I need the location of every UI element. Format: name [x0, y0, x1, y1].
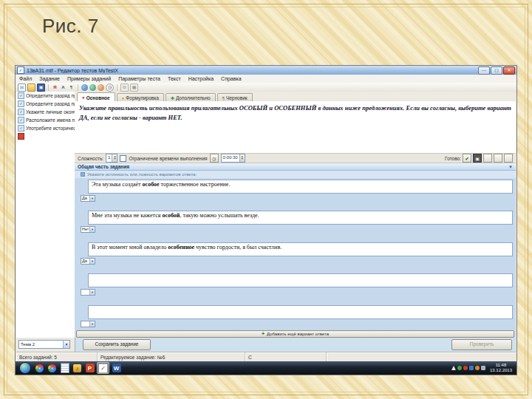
menu-file[interactable]: Файл — [19, 76, 32, 81]
answer-truth-dropdown[interactable]: Да ▼ — [81, 258, 95, 265]
paste-icon[interactable]: ▦ — [130, 83, 138, 92]
save-icon[interactable]: ▣ — [37, 83, 45, 92]
taskbar-powerpoint[interactable]: P — [84, 363, 95, 373]
clock-icon[interactable]: ◷ — [106, 83, 114, 92]
menu-task-examples[interactable]: Примеры заданий — [67, 76, 111, 81]
task-params-row: Сложность: 1 ▲▼ Ограничение времени выпо… — [75, 153, 516, 163]
figure-caption: Рис. 7 — [42, 15, 99, 38]
globe-orange-icon[interactable] — [98, 84, 104, 91]
sidebar-footer: Тема 2 ▼ — [16, 338, 75, 352]
gray-dot-icon: ¶ — [222, 96, 225, 100]
task-check-icon: ✓ — [18, 117, 24, 123]
menu-settings[interactable]: Настройка — [188, 76, 214, 81]
taskbar-reminder[interactable]: ♪ — [72, 363, 83, 373]
chrome-icon — [35, 364, 44, 372]
theme-combo[interactable]: Тема 2 ▼ — [18, 340, 70, 349]
open-folder-icon[interactable] — [27, 83, 35, 92]
extra-button[interactable] — [504, 154, 513, 163]
ready-check-icon[interactable]: ✔ — [463, 154, 471, 163]
toolbar-separator — [48, 84, 49, 91]
chevron-down-icon: ▼ — [63, 341, 69, 348]
time-stepper[interactable]: 0:00:30 ▲▼ — [221, 154, 245, 163]
taskbar-clock[interactable]: 11:48 13.12.2013 — [487, 363, 515, 373]
menu-text[interactable]: Текст — [168, 76, 181, 81]
taskbar-chrome[interactable] — [47, 363, 58, 373]
copy-icon[interactable]: ⧉ — [120, 83, 129, 92]
toolbar-separator — [117, 84, 117, 91]
answer-truth-dropdown[interactable]: Нет ▼ — [81, 226, 95, 233]
bottom-panel: Тема 2 ▼ Сохранить задание Проверить — [16, 338, 516, 352]
editor-footer: Сохранить задание Проверить — [75, 338, 516, 352]
menu-help[interactable]: Справка — [221, 76, 241, 81]
minimize-button[interactable]: — — [478, 66, 490, 75]
red-dot-icon: ● — [82, 95, 85, 100]
answer-text-field[interactable]: В этот момент мной овладело особенное чу… — [88, 242, 513, 256]
maximize-button[interactable]: ▢ — [491, 66, 502, 75]
new-file-icon[interactable]: ▤ — [18, 83, 26, 92]
close-button[interactable]: ✕ — [503, 66, 515, 75]
task-list-item[interactable]: ✓ Определите разряд при… — [16, 100, 75, 108]
section-header[interactable]: Общая часть задания ▼ — [75, 163, 516, 171]
globe-blue-icon[interactable] — [81, 84, 88, 91]
font-icon[interactable]: А — [60, 84, 66, 91]
answer-text-field[interactable]: Эта музыка создаёт особое торжественное … — [88, 180, 513, 194]
taskbar-notepad[interactable] — [59, 363, 70, 373]
bullet-icon — [81, 172, 85, 177]
plus-icon: + — [262, 332, 265, 336]
taskbar-word[interactable]: W — [111, 363, 122, 373]
timer-icon[interactable]: ◷ — [210, 154, 219, 163]
tray-orange-icon[interactable] — [475, 366, 480, 370]
chevron-down-icon: ▼ — [89, 259, 95, 264]
tray-arrow-icon[interactable] — [451, 366, 456, 370]
add-answer-row: + Добавить ещё вариант ответа — [75, 330, 516, 338]
paragraph-icon[interactable]: ¶ — [68, 84, 75, 91]
collapse-arrow-icon[interactable]: ▼ — [508, 165, 513, 169]
chevron-down-icon: ▼ — [89, 290, 95, 295]
question-text[interactable]: Укажите правильность использования прила… — [75, 101, 516, 153]
taskbar-chrome[interactable] — [34, 363, 45, 373]
task-list-item[interactable]: ✓ Расположите имена при… — [16, 116, 75, 124]
stepper-arrows-icon[interactable]: ▲▼ — [112, 154, 117, 162]
status-bar: Всего заданий: 5 Редактируемое задание: … — [16, 352, 516, 362]
add-answer-button[interactable]: + Добавить ещё вариант ответа — [76, 330, 514, 338]
answer-truth-dropdown[interactable]: ▼ — [81, 321, 95, 327]
difficulty-label: Сложность: — [78, 156, 103, 161]
answer-text-field[interactable] — [88, 305, 513, 319]
green-plus-icon: ✚ — [171, 96, 174, 100]
tray-green-icon[interactable] — [457, 366, 462, 370]
menu-test-params[interactable]: Параметры теста — [118, 76, 160, 81]
extra-button[interactable] — [483, 154, 492, 163]
task-check-icon: ✓ — [18, 100, 24, 107]
notepad-icon — [61, 363, 69, 373]
tray-blue-icon[interactable] — [469, 366, 474, 370]
tray-network-icon[interactable] — [481, 366, 485, 370]
start-orb-icon[interactable] — [19, 362, 31, 374]
current-task-icon — [18, 133, 24, 140]
time-limit-checkbox[interactable] — [120, 155, 126, 162]
save-task-button[interactable]: Сохранить задание — [83, 339, 151, 350]
difficulty-stepper[interactable]: 1 ▲▼ — [106, 154, 117, 163]
taskbar-mytest-active[interactable]: ✓ — [97, 362, 109, 374]
task-list-item[interactable]: ✓ Укажите личные оконча… — [16, 108, 75, 116]
task-list-item[interactable]: ✓ Определите разряд при… — [16, 92, 75, 100]
spellcheck-icon[interactable]: Я — [52, 84, 58, 91]
editor-area: ● Основное ● Формулировка ✚ Дополнительн… — [75, 92, 516, 338]
globe-green-icon[interactable] — [89, 84, 96, 91]
tray-red-icon[interactable] — [463, 366, 468, 370]
answer-text-field[interactable] — [88, 273, 513, 287]
task-check-icon: ✓ — [18, 125, 24, 132]
snapshot-icon[interactable]: ▣ — [473, 154, 482, 163]
chrome-icon — [48, 364, 56, 372]
ready-label: Готово: — [445, 156, 461, 161]
mytest-icon: ✓ — [98, 364, 108, 373]
task-list-item[interactable]: ✓ Употребите исторически… — [16, 124, 75, 132]
answer-truth-dropdown[interactable]: Да ▼ — [81, 195, 95, 202]
stepper-arrows-icon[interactable]: ▲▼ — [239, 154, 245, 162]
extra-button[interactable] — [494, 154, 502, 163]
answer-truth-dropdown[interactable]: ▼ — [81, 289, 95, 296]
task-list-item-current[interactable] — [16, 132, 75, 140]
menu-task[interactable]: Задание — [39, 76, 60, 81]
check-button[interactable]: Проверить — [451, 339, 512, 350]
reminder-icon: ♪ — [73, 364, 81, 372]
answer-text-field[interactable]: Мне эта музыка не кажется особой, такую … — [88, 211, 513, 225]
